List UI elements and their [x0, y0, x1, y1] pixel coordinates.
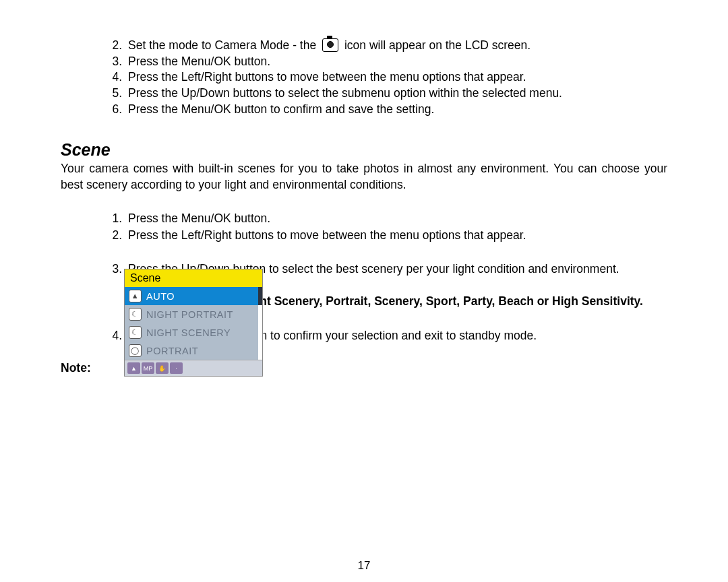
- night-portrait-icon: ☾: [129, 308, 142, 321]
- steps-top-list: Set the mode to Camera Mode - the icon w…: [61, 38, 667, 117]
- portrait-icon: ◯: [129, 344, 142, 357]
- scene-row-auto[interactable]: ▲ AUTO: [125, 287, 262, 305]
- scene-step-1: Press the Menu/OK button.: [125, 210, 667, 227]
- badge-1: ▲: [127, 362, 140, 374]
- scene-intro-para: Your camera comes with built-in scenes f…: [61, 161, 667, 193]
- scene-menu-panel: Scene ▲ AUTO ☾ NIGHT PORTRAIT ☾ NIGHT SC…: [124, 269, 263, 377]
- badge-4: ·: [170, 362, 183, 374]
- scene-step-2: Press the Left/Right buttons to move bet…: [125, 227, 667, 244]
- scene-row-label: NIGHT SCENERY: [146, 327, 254, 338]
- camera-icon: [322, 38, 338, 52]
- scene-row-label: AUTO: [146, 291, 254, 302]
- step-6: Press the Menu/OK button to confirm and …: [125, 102, 667, 118]
- badge-mp: MP: [142, 362, 154, 374]
- scene-row-portrait[interactable]: ◯ PORTRAIT: [125, 342, 262, 360]
- step-2-post: icon will appear on the LCD screen.: [344, 38, 530, 52]
- section-title-scene: Scene: [61, 140, 667, 160]
- scene-row-label: PORTRAIT: [146, 346, 254, 356]
- badge-3: ✋: [156, 362, 169, 374]
- auto-icon: ▲: [129, 290, 142, 302]
- night-scenery-icon: ☾: [129, 326, 142, 339]
- step-3: Press the Menu/OK button.: [125, 54, 667, 70]
- step-4: Press the Left/Right buttons to move bet…: [125, 69, 667, 86]
- steps-scene-a: Press the Menu/OK button. Press the Left…: [61, 210, 667, 243]
- step-5: Press the Up/Down buttons to select the …: [125, 86, 667, 102]
- step-2: Set the mode to Camera Mode - the icon w…: [125, 38, 667, 54]
- step-2-pre: Set the mode to Camera Mode - the: [128, 38, 316, 52]
- scene-row-label: NIGHT PORTRAIT: [146, 309, 254, 320]
- scene-row-night-scenery[interactable]: ☾ NIGHT SCENERY: [125, 323, 262, 342]
- scene-row-night-portrait[interactable]: ☾ NIGHT PORTRAIT: [125, 305, 262, 323]
- scene-bottom-badges: ▲ MP ✋ ·: [125, 360, 262, 376]
- scene-menu-header: Scene: [125, 269, 262, 287]
- page-number: 17: [0, 559, 728, 573]
